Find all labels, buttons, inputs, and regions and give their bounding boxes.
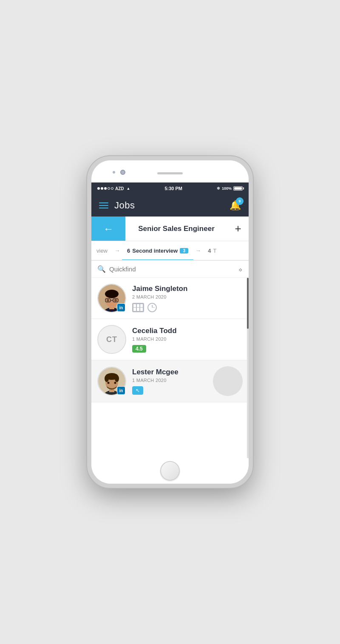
status-right: ✲ 100% bbox=[217, 186, 243, 191]
hamburger-menu[interactable] bbox=[99, 202, 108, 208]
tab-label: Second interview bbox=[132, 248, 178, 254]
candidate-name: Cecelia Todd bbox=[132, 327, 243, 335]
candidate-icons bbox=[132, 303, 243, 312]
job-title: Senior Sales Engineer bbox=[125, 217, 227, 241]
svg-point-16 bbox=[115, 375, 119, 382]
cursor-icon: ↖ bbox=[136, 388, 140, 393]
svg-point-17 bbox=[108, 382, 110, 384]
avatar-wrap-jaime: in bbox=[97, 284, 126, 313]
speaker bbox=[157, 172, 183, 174]
battery-percent: 100% bbox=[222, 186, 232, 191]
avatar-wrap-lester: in bbox=[97, 367, 126, 396]
candidate-date: 1 MARCH 2020 bbox=[132, 336, 243, 342]
tab-next-label: T bbox=[213, 248, 216, 254]
candidate-list: in Jaime Singleton 2 MARCH 2020 bbox=[91, 278, 249, 402]
clock-icon bbox=[147, 303, 157, 312]
app-header: Jobs 🔔 9 bbox=[91, 194, 249, 217]
avatar-ct: CT bbox=[97, 325, 126, 354]
candidate-icons: 4.5 bbox=[132, 345, 243, 353]
hamburger-line-1 bbox=[99, 202, 108, 203]
back-arrow-icon: ← bbox=[103, 223, 113, 235]
signal-dot-1 bbox=[97, 187, 100, 190]
svg-point-15 bbox=[105, 375, 109, 382]
hamburger-line-2 bbox=[99, 205, 108, 206]
sort-icon[interactable]: ⬦ bbox=[238, 265, 243, 273]
phone-screen: AZD ▲ 5:30 PM ✲ 100% bbox=[91, 160, 249, 484]
rating-badge: 4.5 bbox=[132, 345, 146, 353]
notification-badge: 9 bbox=[236, 197, 244, 205]
tab-num: 6 bbox=[127, 248, 130, 254]
tab-second-interview[interactable]: 6 Second interview 3 bbox=[122, 241, 193, 260]
candidate-info-lester: Lester Mcgee 1 MARCH 2020 ↖ bbox=[132, 368, 207, 395]
search-input[interactable] bbox=[109, 265, 235, 273]
candidate-name: Lester Mcgee bbox=[132, 368, 207, 376]
candidate-name: Jaime Singleton bbox=[132, 285, 243, 293]
notification-button[interactable]: 🔔 9 bbox=[230, 200, 241, 211]
avatar-wrap-ct: CT bbox=[97, 325, 126, 354]
signal-dot-4 bbox=[108, 187, 110, 190]
bottom-bezel bbox=[91, 458, 249, 484]
carrier-label: AZD bbox=[115, 186, 124, 191]
tab-arrow-1: → bbox=[113, 247, 122, 254]
top-bezel bbox=[91, 160, 249, 182]
signal-dot-2 bbox=[101, 187, 103, 190]
candidate-info-jaime: Jaime Singleton 2 MARCH 2020 bbox=[132, 285, 243, 312]
tab-interview-prev[interactable]: view bbox=[91, 241, 113, 260]
status-left: AZD ▲ bbox=[97, 186, 130, 191]
svg-point-4 bbox=[105, 290, 119, 298]
phone-frame: AZD ▲ 5:30 PM ✲ 100% bbox=[87, 156, 253, 488]
time-display: 5:30 PM bbox=[164, 186, 182, 191]
signal-dot-5 bbox=[111, 187, 113, 190]
scroll-track bbox=[247, 278, 249, 458]
hamburger-line-3 bbox=[99, 208, 108, 208]
signal-dot-3 bbox=[104, 187, 107, 190]
candidate-info-ct: Cecelia Todd 1 MARCH 2020 4.5 bbox=[132, 327, 243, 353]
pipeline-tabs: view → 6 Second interview 3 → 4 T bbox=[91, 241, 249, 261]
app-title: Jobs bbox=[114, 200, 135, 211]
battery-fill bbox=[234, 187, 242, 190]
swipe-reveal-button[interactable] bbox=[213, 366, 243, 396]
tab-next[interactable]: 4 T bbox=[203, 241, 221, 260]
linkedin-badge-lester: in bbox=[117, 386, 125, 395]
dot-sensor bbox=[113, 171, 115, 174]
content-area: in Jaime Singleton 2 MARCH 2020 bbox=[91, 278, 249, 458]
tab-prev-label: view bbox=[96, 248, 108, 254]
action-badge: ↖ bbox=[132, 386, 143, 395]
search-bar: 🔍 ⬦ bbox=[91, 261, 249, 278]
grid-icon bbox=[132, 303, 144, 312]
candidate-item[interactable]: in Lester Mcgee 1 MARCH 2020 ↖ bbox=[91, 360, 249, 402]
tab-badge: 3 bbox=[180, 248, 188, 254]
wifi-icon: ▲ bbox=[127, 186, 130, 191]
search-icon: 🔍 bbox=[97, 265, 106, 273]
scroll-thumb bbox=[247, 278, 249, 329]
candidate-date: 2 MARCH 2020 bbox=[132, 294, 243, 299]
signal-dots bbox=[97, 187, 113, 190]
home-button[interactable] bbox=[160, 461, 180, 481]
linkedin-badge-jaime: in bbox=[117, 303, 125, 312]
tab-next-num: 4 bbox=[208, 248, 211, 254]
front-camera bbox=[120, 170, 125, 175]
svg-point-18 bbox=[114, 382, 116, 384]
candidate-date: 1 MARCH 2020 bbox=[132, 378, 207, 383]
svg-point-8 bbox=[107, 299, 109, 302]
add-button[interactable]: + bbox=[227, 217, 249, 241]
job-title-bar: ← Senior Sales Engineer + bbox=[91, 217, 249, 241]
svg-point-9 bbox=[114, 299, 117, 302]
candidate-icons: ↖ bbox=[132, 386, 207, 395]
battery-indicator bbox=[233, 186, 243, 191]
candidate-item[interactable]: in Jaime Singleton 2 MARCH 2020 bbox=[91, 278, 249, 319]
header-left: Jobs bbox=[99, 200, 135, 211]
candidate-item[interactable]: CT Cecelia Todd 1 MARCH 2020 4.5 bbox=[91, 319, 249, 360]
back-button[interactable]: ← bbox=[91, 217, 125, 241]
battery-bar bbox=[233, 186, 243, 191]
bluetooth-icon: ✲ bbox=[217, 186, 220, 191]
tab-arrow-2: → bbox=[193, 247, 203, 254]
status-bar: AZD ▲ 5:30 PM ✲ 100% bbox=[91, 182, 249, 194]
